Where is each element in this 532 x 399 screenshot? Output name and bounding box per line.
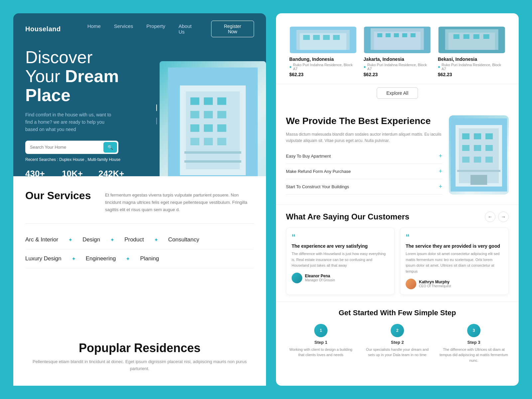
testimonials-navigation: ← →: [485, 211, 509, 222]
property-price-bekasi: $62.23: [438, 72, 505, 77]
svg-rect-31: [411, 33, 416, 37]
experience-accordion: Easy To Buy Apartment + Make Refund Form…: [286, 149, 442, 195]
step-2-description: Our specialists handle your dream and se…: [362, 347, 432, 358]
property-city-bekasi: Bekasi, Indonesia: [438, 57, 505, 62]
experience-description: Massa dictum malesuada blandit diam soda…: [286, 131, 442, 144]
step-1-description: Working with client to design a building…: [286, 347, 356, 358]
step-2: 2 Step 2 Our specialists handle your dre…: [362, 324, 432, 363]
author-role-1: Manager Of Grousin: [305, 278, 335, 282]
pin-icon-jakarta: ●: [363, 65, 366, 69]
property-address-bekasi: ● Ruko Puri Indahna Residence, Block A7: [438, 63, 505, 71]
diamond-icon-4: ✦: [71, 256, 76, 262]
service-engineering[interactable]: Engineering: [86, 255, 116, 262]
search-input[interactable]: [30, 145, 103, 150]
property-card-jakarta: Jakarta, Indonesia ● Ruko Puri Indahna R…: [360, 27, 434, 77]
svg-rect-47: [485, 145, 493, 151]
explore-btn-wrap: Explore All: [276, 87, 519, 99]
testimonial-body-2: Lorem ipsum dolor sit amet consectetur a…: [406, 251, 503, 274]
step-1: 1 Step 1 Working with client to design a…: [286, 324, 356, 363]
svg-rect-45: [462, 145, 469, 151]
stat-properties: 10K+ The best property we provide: [62, 169, 88, 176]
accordion-item-1[interactable]: Easy To Buy Apartment +: [286, 149, 442, 164]
author-name-2: Kathryn Murphy: [419, 280, 451, 284]
accordion-item-3[interactable]: Start To Construct Your Buildings +: [286, 179, 442, 195]
nav-about[interactable]: About Us: [179, 23, 198, 35]
testimonials-prev-button[interactable]: ←: [485, 211, 495, 222]
get-started-steps: 1 Step 1 Working with client to design a…: [286, 324, 509, 363]
explore-all-button[interactable]: Explore All: [377, 87, 418, 99]
svg-rect-37: [473, 34, 479, 39]
search-bar: 🔍: [25, 141, 118, 154]
right-panel: Bandung, Indonesia ● Ruko Puri Indahna R…: [276, 13, 519, 386]
property-city-bandung: Bandung, Indonesia: [289, 57, 357, 62]
services-section: Our Services Et fermentum egestas viverr…: [13, 176, 266, 334]
accordion-item-2[interactable]: Make Refund Form Any Purchase +: [286, 164, 442, 179]
testimonials-cards: “ The experience are very satisfying The…: [286, 227, 509, 295]
testimonial-body-1: The difference with Houseland is just ho…: [292, 251, 389, 269]
svg-rect-35: [453, 34, 459, 39]
stat-customers-number: 242K+: [98, 169, 125, 176]
property-address-bandung: ● Ruko Puri Indahna Residence, Block A7: [289, 63, 357, 71]
author-info-2: Kathryn Murphy CEO Of Thermequest: [419, 280, 451, 288]
nav-home[interactable]: Home: [87, 23, 101, 35]
get-started-title: Get Started With Few Simple Step: [286, 309, 509, 317]
property-price-jakarta: $62.23: [363, 72, 431, 77]
author-avatar-2: [406, 279, 416, 289]
testimonials-section: What Are Saying Our Customers ← → “ The …: [276, 205, 519, 302]
property-price-bandung: $62.23: [289, 72, 357, 77]
services-row-2: Luxury Design ✦ Engineering ✦ Planing: [25, 249, 254, 268]
step-2-label: Step 2: [362, 340, 432, 345]
svg-rect-52: [470, 175, 487, 185]
accordion-plus-icon-2: +: [439, 168, 442, 175]
step-3: 3 Step 3 The difference with Ultrices si…: [439, 324, 509, 363]
service-consultancy[interactable]: Consultancy: [168, 236, 200, 243]
popular-title: Popuplar Residences: [25, 341, 254, 355]
experience-building-image: [449, 115, 509, 195]
experience-section: We Provide The Best Experience Massa dic…: [276, 105, 519, 205]
svg-rect-49: [474, 157, 481, 163]
svg-rect-46: [474, 145, 481, 151]
nav-links: Home Services Property About Us: [87, 23, 198, 35]
popular-description: Pellentesque etiam blandit in tincidunt …: [25, 358, 254, 372]
nav-services[interactable]: Services: [114, 23, 133, 35]
service-luxury-design[interactable]: Luxury Design: [25, 255, 62, 262]
author-avatar-1: [292, 273, 302, 283]
service-planing[interactable]: Planing: [140, 255, 159, 262]
testimonial-card-1: “ The experience are very satisfying The…: [286, 227, 395, 295]
pin-icon-bandung: ●: [289, 65, 292, 69]
diamond-icon-3: ✦: [154, 237, 158, 243]
services-header: Our Services Et fermentum egestas viverr…: [25, 190, 254, 213]
svg-rect-51: [457, 170, 500, 172]
services-title: Our Services: [25, 190, 92, 202]
get-started-section: Get Started With Few Simple Step 1 Step …: [276, 302, 519, 373]
svg-rect-48: [462, 157, 469, 163]
service-arc-interior[interactable]: Arc & Interior: [25, 236, 58, 243]
svg-rect-44: [485, 133, 493, 139]
svg-rect-20: [303, 35, 310, 40]
author-info-1: Eleanor Pena Manager Of Grousin: [305, 274, 335, 282]
recent-searches: Recent Searches : Duplex House , Multi-f…: [25, 157, 254, 162]
step-2-circle: 2: [391, 324, 404, 337]
diamond-icon-1: ✦: [68, 237, 72, 243]
step-1-label: Step 1: [286, 340, 356, 345]
property-card-bandung: Bandung, Indonesia ● Ruko Puri Indahna R…: [286, 27, 360, 77]
stat-companies: 430+ Companies affiliated with us: [25, 169, 52, 176]
services-description: Et fermentum egestas viverra turpis vulp…: [105, 190, 254, 213]
quote-mark-2: “: [406, 233, 503, 241]
register-button[interactable]: Register Now: [211, 21, 254, 37]
hero-title-line3: Place: [25, 85, 70, 105]
diamond-icon-2: ✦: [110, 237, 114, 243]
stat-companies-number: 430+: [25, 169, 52, 176]
quote-mark-1: “: [292, 233, 389, 241]
search-button[interactable]: 🔍: [103, 142, 117, 153]
service-design[interactable]: Design: [82, 236, 100, 243]
testimonials-next-button[interactable]: →: [498, 211, 509, 222]
experience-building-illustration: [449, 115, 509, 195]
service-product[interactable]: Product: [124, 236, 144, 243]
nav-property[interactable]: Property: [146, 23, 165, 35]
diamond-icon-5: ✦: [126, 256, 130, 262]
svg-rect-36: [463, 34, 469, 39]
property-city-jakarta: Jakarta, Indonesia: [363, 57, 431, 62]
hero-title: Discover Your Dream Place: [25, 48, 254, 105]
author-name-1: Eleanor Pena: [305, 274, 335, 278]
